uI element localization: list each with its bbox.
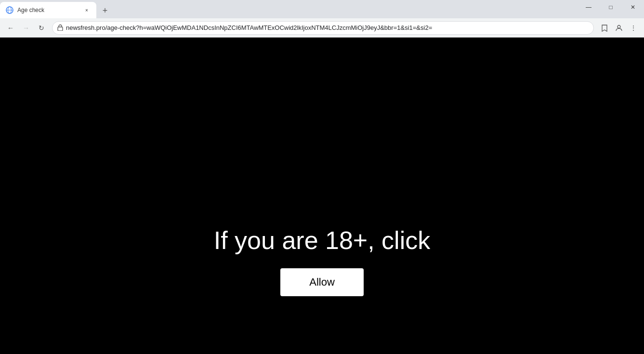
back-button[interactable]: ← [4, 21, 17, 35]
new-tab-button[interactable]: + [98, 4, 112, 17]
browser-toolbar: ← → ↻ newsfresh.pro/age-check?h=waWQiOjE… [0, 18, 644, 38]
minimize-button[interactable]: — [578, 0, 600, 14]
address-text: newsfresh.pro/age-check?h=waWQiOjEwMDA1N… [66, 24, 589, 31]
menu-button[interactable]: ⋮ [627, 21, 640, 35]
address-bar[interactable]: newsfresh.pro/age-check?h=waWQiOjEwMDA1N… [52, 21, 594, 35]
forward-button[interactable]: → [19, 21, 33, 35]
window-controls: — □ ✕ [578, 0, 644, 14]
reload-button[interactable]: ↻ [35, 21, 48, 35]
allow-button[interactable]: Allow [280, 268, 364, 296]
active-tab[interactable]: Age check × [0, 2, 96, 18]
bookmark-button[interactable] [598, 21, 611, 35]
profile-button[interactable] [612, 21, 626, 35]
svg-rect-3 [58, 27, 63, 31]
close-button[interactable]: ✕ [622, 0, 644, 14]
tab-close-button[interactable]: × [83, 6, 91, 14]
tab-title: Age check [17, 7, 79, 13]
lock-icon [57, 24, 63, 32]
svg-point-4 [618, 25, 620, 28]
age-check-text: If you are 18+, click [214, 226, 430, 255]
toolbar-right-buttons: ⋮ [598, 21, 640, 35]
chrome-window: Age check × + — □ ✕ ← → ↻ newsfresh.pro/… [0, 0, 644, 354]
tab-favicon-icon [6, 6, 13, 14]
page-content: If you are 18+, click Allow [0, 38, 644, 354]
maximize-button[interactable]: □ [600, 0, 622, 14]
tab-bar: Age check × + — □ ✕ [0, 0, 644, 18]
